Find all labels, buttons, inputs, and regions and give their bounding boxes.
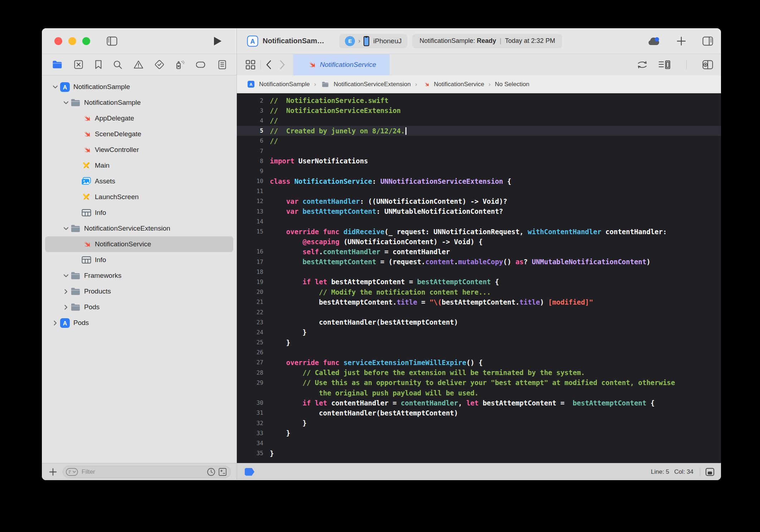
- toggle-left-sidebar-icon[interactable]: [107, 36, 117, 46]
- line-number[interactable]: 22: [237, 309, 263, 316]
- tree-item-notificationserviceextension[interactable]: NotificationServiceExtension: [45, 221, 233, 236]
- minimap-toggle-icon[interactable]: [705, 468, 715, 476]
- code-line[interactable]: 31 contentHandler(bestAttemptContent): [237, 408, 721, 418]
- code-line[interactable]: 24 }: [237, 327, 721, 337]
- code-line[interactable]: 17 bestAttemptContent = (request.content…: [237, 257, 721, 267]
- code-line[interactable]: 35}: [237, 448, 721, 458]
- code-line[interactable]: 30 if let contentHandler = contentHandle…: [237, 398, 721, 408]
- line-number[interactable]: 31: [237, 409, 263, 416]
- disclosure-open-icon[interactable]: [62, 101, 70, 104]
- add-editor-tab-icon[interactable]: [677, 36, 686, 46]
- tree-item-scenedelegate[interactable]: SceneDelegate: [45, 126, 233, 142]
- line-number[interactable]: 13: [237, 208, 263, 215]
- code-line[interactable]: 13 var bestAttemptContent: UNMutableNoti…: [237, 206, 721, 216]
- cloud-sync-icon[interactable]: [647, 36, 660, 46]
- breakpoint-badge[interactable]: [245, 468, 254, 476]
- tree-item-viewcontroller[interactable]: ViewController: [45, 142, 233, 158]
- line-number[interactable]: 16: [237, 248, 263, 255]
- tree-item-products[interactable]: Products: [45, 284, 233, 299]
- code-line[interactable]: 19 if let bestAttemptContent = bestAttem…: [237, 277, 721, 287]
- go-forward-button[interactable]: [279, 60, 285, 69]
- line-number[interactable]: 9: [237, 168, 263, 174]
- code-line[interactable]: 8import UserNotifications: [237, 156, 721, 166]
- find-navigator-icon[interactable]: [113, 60, 122, 69]
- code-line[interactable]: 34: [237, 438, 721, 448]
- code-line[interactable]: 28 // Called just before the extension w…: [237, 368, 721, 378]
- tree-item-pods[interactable]: APods: [45, 315, 233, 331]
- breadcrumb-item-notificationsample[interactable]: ANotificationSample: [246, 79, 310, 89]
- code-line[interactable]: 6//: [237, 136, 721, 146]
- reports-navigator-icon[interactable]: [218, 60, 226, 70]
- project-navigator-icon[interactable]: [52, 60, 63, 69]
- line-number[interactable]: 33: [237, 430, 263, 437]
- go-back-button[interactable]: [266, 60, 272, 69]
- editor-options-icon[interactable]: [658, 60, 671, 69]
- code-line[interactable]: 9: [237, 166, 721, 176]
- line-number[interactable]: 15: [237, 228, 263, 235]
- breadcrumb-item-notificationserviceextension[interactable]: NotificationServiceExtension: [320, 80, 410, 89]
- column-indicator[interactable]: Col: 34: [674, 468, 693, 476]
- code-line[interactable]: 4//: [237, 115, 721, 125]
- disclosure-open-icon[interactable]: [51, 85, 59, 89]
- tree-item-pods[interactable]: Pods: [45, 299, 233, 315]
- code-line[interactable]: 25 }: [237, 338, 721, 348]
- source-control-status-icon[interactable]: [218, 468, 227, 476]
- tree-item-launchscreen[interactable]: LaunchScreen: [45, 189, 233, 205]
- tree-item-frameworks[interactable]: Frameworks: [45, 268, 233, 284]
- debug-navigator-icon[interactable]: [175, 60, 185, 70]
- code-line[interactable]: 16 self.contentHandler = contentHandler: [237, 247, 721, 257]
- disclosure-closed-icon[interactable]: [51, 320, 59, 326]
- filter-options-icon[interactable]: [66, 468, 78, 476]
- line-indicator[interactable]: Line: 5: [651, 468, 669, 476]
- line-number[interactable]: 11: [237, 188, 263, 194]
- bookmarks-navigator-icon[interactable]: [94, 60, 102, 69]
- code-line[interactable]: 2// NotificationService.swift: [237, 95, 721, 105]
- tree-item-info[interactable]: Info: [45, 205, 233, 221]
- line-number[interactable]: 3: [237, 107, 263, 114]
- breakpoints-navigator-icon[interactable]: [196, 61, 207, 68]
- line-number[interactable]: 34: [237, 440, 263, 447]
- toggle-right-sidebar-icon[interactable]: [702, 36, 713, 46]
- tests-navigator-icon[interactable]: [155, 60, 164, 69]
- code-line[interactable]: 23 contentHandler(bestAttemptContent): [237, 317, 721, 327]
- close-window-button[interactable]: [54, 37, 62, 45]
- add-split-editor-icon[interactable]: [702, 60, 713, 69]
- code-line[interactable]: 14: [237, 216, 721, 226]
- line-number[interactable]: 23: [237, 319, 263, 326]
- source-editor[interactable]: 2// NotificationService.swift3// Notific…: [237, 93, 721, 463]
- line-number[interactable]: 28: [237, 369, 263, 376]
- disclosure-closed-icon[interactable]: [62, 305, 70, 310]
- line-number[interactable]: 27: [237, 359, 263, 366]
- code-line[interactable]: 20 // Modify the notification content he…: [237, 287, 721, 297]
- line-number[interactable]: 14: [237, 218, 263, 225]
- line-number[interactable]: 26: [237, 349, 263, 356]
- code-line[interactable]: 18: [237, 267, 721, 277]
- line-number[interactable]: 21: [237, 299, 263, 305]
- line-number[interactable]: 29: [237, 379, 263, 386]
- tree-item-info[interactable]: Info: [45, 252, 233, 268]
- line-number[interactable]: 10: [237, 178, 263, 184]
- code-line[interactable]: 3// NotificationServiceExtension: [237, 105, 721, 115]
- line-number[interactable]: 5: [237, 127, 263, 134]
- line-number[interactable]: 7: [237, 148, 263, 154]
- code-line[interactable]: 33 }: [237, 428, 721, 438]
- scheme-selector[interactable]: E › iPhoneuJ: [339, 34, 407, 48]
- code-line[interactable]: the original push payload will be used.: [237, 388, 721, 398]
- line-number[interactable]: 19: [237, 279, 263, 285]
- code-line[interactable]: 7: [237, 146, 721, 156]
- code-line-current[interactable]: 5// Created by junely on 8/12/24.: [237, 126, 721, 136]
- line-number[interactable]: 25: [237, 339, 263, 346]
- code-line[interactable]: 22: [237, 307, 721, 317]
- line-number[interactable]: 4: [237, 117, 263, 124]
- code-line[interactable]: @escaping (UNNotificationContent) -> Voi…: [237, 237, 721, 247]
- activity-status[interactable]: NotificationSample: Ready|Today at 2:32 …: [412, 34, 562, 48]
- code-review-icon[interactable]: [637, 60, 648, 69]
- issues-navigator-icon[interactable]: [133, 60, 143, 69]
- line-number[interactable]: 24: [237, 329, 263, 336]
- filter-input[interactable]: Filter: [63, 466, 231, 478]
- line-number[interactable]: 20: [237, 289, 263, 295]
- line-number[interactable]: 2: [237, 97, 263, 104]
- breadcrumb-item-notificationservice[interactable]: NotificationService: [422, 80, 484, 89]
- line-number[interactable]: 30: [237, 399, 263, 406]
- document-title[interactable]: A NotificationSam…: [247, 35, 324, 47]
